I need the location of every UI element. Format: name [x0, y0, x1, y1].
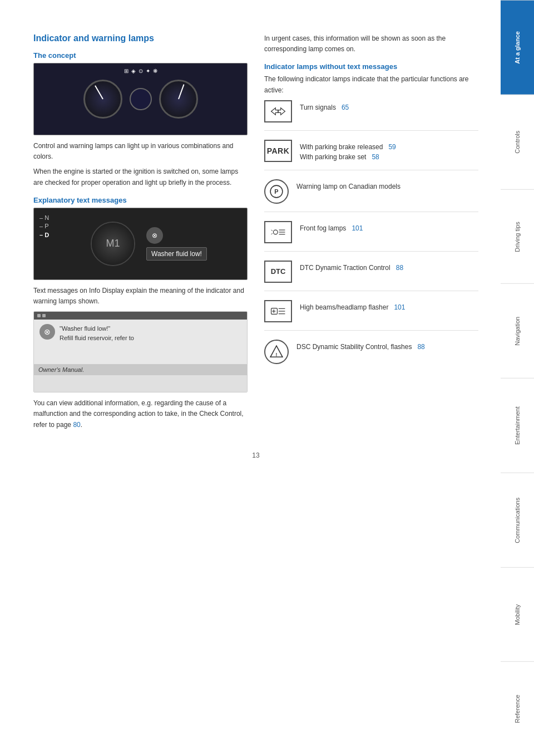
dtc-label: DTC Dynamic Traction Control 88 [300, 261, 403, 273]
highbeam-label: High beams/headlamp flasher 101 [300, 300, 405, 312]
left-column: Indicator and warning lamps The concept … [33, 33, 248, 435]
washer-symbol: ⊗ [146, 227, 163, 244]
canadian-warning-icon: P [269, 184, 284, 199]
turn-signal-icon-box [264, 100, 292, 122]
page-number: 13 [33, 451, 478, 459]
indicator-item-parking-brake: PARK With parking brake released 59 With… [264, 140, 478, 170]
gear-indicator: – N – P – D [39, 214, 49, 239]
page-ref-link[interactable]: 80 [73, 421, 80, 429]
sidebar-tab-reference[interactable]: Reference [501, 661, 534, 756]
icon-4: ✦ [146, 68, 150, 74]
header-dot-1 [37, 314, 41, 317]
indicator-item-fog: Front fog lamps 101 [264, 221, 478, 252]
canadian-icon-box: P [264, 179, 289, 204]
fog-icon-box [264, 221, 292, 243]
message-content: "Washer fluid low!" Refill fluid reservo… [60, 324, 134, 342]
svg-text:P: P [274, 188, 278, 195]
dsc-text: DSC Dynamic Stability Control, flashes [296, 343, 412, 351]
main-content: Indicator and warning lamps The concept … [0, 0, 501, 756]
park-label: With parking brake released 59 With park… [300, 140, 396, 162]
canadian-label: Warning lamp on Canadian models [296, 179, 400, 192]
park-page2[interactable]: 58 [372, 153, 379, 161]
intro-text: In urgent cases, this information will b… [264, 33, 478, 55]
park-line2: With parking brake set [300, 153, 366, 161]
sidebar-tab-communications[interactable]: Communications [501, 473, 534, 567]
message-footer [34, 375, 247, 392]
fog-text: Front fog lamps [300, 224, 346, 232]
info-display-image: – N – P – D M1 ⊗ Washer fluid low! [33, 208, 248, 280]
sidebar-tab-entertainment[interactable]: Entertainment [501, 378, 534, 473]
svg-line-8 [271, 230, 273, 231]
highbeam-text: High beams/headlamp flasher [300, 303, 388, 311]
sidebar-tab-at-a-glance[interactable]: At a glance [501, 0, 534, 95]
dtc-text-label: DTC Dynamic Traction Control [300, 264, 390, 272]
message-header [34, 312, 247, 320]
svg-line-9 [271, 233, 273, 234]
dtc-icon-box: DTC [264, 261, 292, 283]
message-line1: "Washer fluid low!" [60, 324, 134, 333]
sidebar-tab-driving-tips[interactable]: Driving tips [501, 189, 534, 284]
canadian-text: Warning lamp on Canadian models [296, 183, 400, 190]
fog-label: Front fog lamps 101 [300, 221, 363, 233]
turn-signal-page[interactable]: 65 [342, 104, 349, 111]
svg-marker-1 [278, 108, 285, 115]
dashboard-inner [34, 63, 247, 135]
indicator-item-highbeam: High beams/headlamp flasher 101 [264, 300, 478, 331]
concept-body-2: When the engine is started or the igniti… [33, 166, 248, 188]
washer-icon: ⊗ [39, 324, 55, 340]
dsc-page[interactable]: 88 [417, 343, 424, 351]
fog-page[interactable]: 101 [352, 224, 363, 232]
additional-info: You can view additional information, e.g… [33, 398, 248, 430]
highbeam-icon-box [264, 300, 292, 322]
two-column-layout: Indicator and warning lamps The concept … [33, 33, 478, 435]
sidebar-tab-mobility[interactable]: Mobility [501, 567, 534, 662]
icon-1: ⊞ [124, 68, 128, 74]
center-display [130, 88, 152, 110]
dashboard-image: ⊞ ◈ ⊙ ✦ ❋ [33, 63, 248, 135]
speedometer [83, 80, 122, 119]
turn-signal-label: Turn signals 65 [300, 100, 349, 112]
park-line1: With parking brake released [300, 143, 383, 151]
washer-icon-symbol: ⊗ [44, 327, 51, 336]
svg-marker-0 [271, 108, 278, 115]
park-icon-box: PARK [264, 140, 292, 162]
needle2 [178, 84, 184, 99]
washer-warning-area: ⊗ Washer fluid low! [146, 227, 207, 261]
icon-3: ⊙ [139, 68, 143, 74]
park-icon: PARK [267, 146, 290, 155]
turn-signal-icon [270, 104, 286, 119]
tachometer [159, 80, 198, 119]
right-column: In urgent cases, this information will b… [264, 33, 478, 435]
dsc-icon: ! [269, 344, 284, 360]
svg-text:!: ! [276, 352, 278, 357]
icon-5: ❋ [153, 68, 157, 74]
m1-indicator: M1 [106, 238, 120, 249]
explanatory-title: Explanatory text messages [33, 196, 248, 204]
dashboard-icons: ⊞ ◈ ⊙ ✦ ❋ [124, 68, 157, 74]
indicator-item-dtc: DTC DTC Dynamic Traction Control 88 [264, 261, 478, 291]
sidebar-tab-navigation[interactable]: Navigation [501, 283, 534, 378]
washer-label: Washer fluid low! [146, 247, 207, 261]
highbeam-page[interactable]: 101 [394, 303, 405, 311]
icon-2: ◈ [131, 68, 136, 74]
indicator-item-canadian: P Warning lamp on Canadian models [264, 179, 478, 212]
dtc-page[interactable]: 88 [396, 264, 403, 272]
high-beam-icon [270, 303, 286, 319]
concept-body-1: Control and warning lamps can light up i… [33, 141, 248, 162]
header-dot-2 [42, 314, 46, 317]
right-sidebar: At a glance Controls Driving tips Naviga… [501, 0, 534, 756]
message-line2: Refill fluid reservoir, refer to [60, 333, 134, 343]
small-speedometer: M1 [91, 222, 135, 266]
fog-lamp-icon [270, 224, 286, 240]
message-body: ⊗ "Washer fluid low!" Refill fluid reser… [34, 320, 247, 364]
indicator-item-turn-signals: Turn signals 65 [264, 100, 478, 131]
dtc-icon: DTC [271, 267, 286, 276]
additional-info-text: You can view additional information, e.g… [33, 399, 244, 428]
svg-point-4 [273, 230, 278, 234]
indicator-title: Indicator lamps without text messages [264, 62, 478, 71]
info-display-inner: – N – P – D M1 ⊗ Washer fluid low! [34, 208, 247, 279]
park-page1[interactable]: 59 [388, 143, 395, 151]
concept-title: The concept [33, 51, 248, 60]
sidebar-tab-controls[interactable]: Controls [501, 95, 534, 189]
dsc-label: DSC Dynamic Stability Control, flashes 8… [296, 340, 425, 352]
